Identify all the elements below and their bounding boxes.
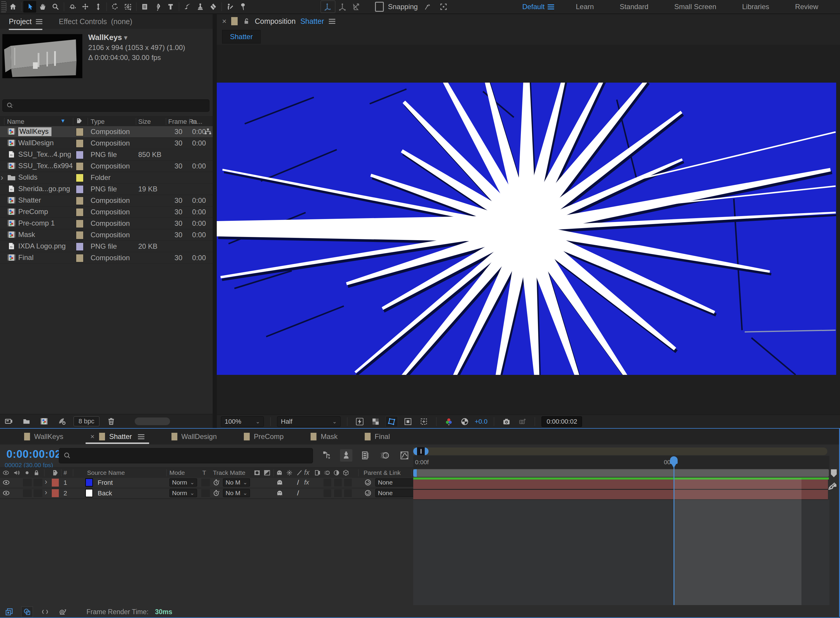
show-snapshot-icon[interactable] — [516, 416, 528, 427]
comp-button-icon[interactable] — [828, 481, 838, 491]
composition-panel-tab[interactable]: × Composition Shatter — [217, 14, 840, 28]
tool-pan-camera[interactable] — [79, 1, 92, 13]
timeline-tab-mask[interactable]: Mask — [297, 429, 351, 444]
tool-puppet-pin[interactable] — [236, 1, 250, 13]
item-name[interactable]: Shatter — [18, 196, 41, 204]
item-label-color[interactable] — [76, 162, 83, 171]
shy-toggle-icon[interactable] — [276, 489, 284, 497]
item-name[interactable]: SSU_Tex...4.png — [18, 150, 71, 159]
layer-label-color[interactable] — [52, 489, 59, 497]
workspace-small-screen[interactable]: Small Screen — [662, 3, 729, 11]
item-label-color[interactable] — [76, 140, 83, 148]
layer-solid-swatch[interactable] — [85, 489, 93, 497]
item-name[interactable]: SSU_Tex...6x994 — [18, 162, 73, 170]
playhead-handle[interactable] — [670, 456, 678, 468]
toggle-transfer-pane-icon[interactable] — [21, 606, 33, 617]
layer-row-back[interactable]: ›2BackNorm⌄No M⌄/None⌄ — [0, 488, 413, 499]
item-label-color[interactable] — [76, 254, 83, 262]
solo-toggle[interactable] — [23, 489, 32, 497]
item-label-color[interactable] — [76, 242, 83, 251]
3d-layer-toggle[interactable] — [344, 489, 352, 497]
item-name[interactable]: Final — [18, 253, 34, 261]
project-item-wallkeys[interactable]: WallKeysComposition300:00 — [0, 126, 213, 138]
project-item-mask[interactable]: MaskComposition300:00 — [0, 229, 213, 241]
preserve-transparency-toggle[interactable] — [201, 478, 210, 487]
layer-solid-swatch[interactable] — [85, 478, 93, 487]
tool-camera-frame[interactable] — [122, 1, 134, 13]
item-name[interactable]: Mask — [18, 230, 35, 239]
navigator-end-handle[interactable] — [425, 447, 428, 455]
unlock-icon[interactable] — [242, 17, 250, 25]
timeline-tab-precomp[interactable]: PreComp — [230, 429, 297, 444]
tool-rectangle[interactable] — [138, 1, 151, 13]
tool-rotation[interactable] — [109, 1, 122, 13]
visibility-eye-icon[interactable] — [2, 489, 10, 497]
close-tab-icon[interactable]: × — [90, 432, 94, 441]
project-item-ixda-logo-png[interactable]: IXDA Logo.pngPNG file20 KB — [0, 241, 213, 252]
track-matte-dropdown[interactable]: No M⌄ — [223, 478, 250, 487]
track-matte-dropdown[interactable]: No M⌄ — [223, 489, 250, 497]
layer-name[interactable]: Back — [98, 490, 112, 497]
project-item-pre-comp-1[interactable]: Pre-comp 1Composition300:00 — [0, 218, 213, 229]
item-label-color[interactable] — [76, 128, 83, 136]
tool-eraser[interactable] — [207, 1, 220, 13]
work-area-bar[interactable] — [413, 469, 829, 477]
project-scrollbar[interactable] — [135, 417, 170, 425]
tool-dolly-camera[interactable] — [92, 1, 105, 13]
exposure-value[interactable]: +0.0 — [475, 418, 488, 425]
project-search-input[interactable] — [2, 100, 210, 112]
timeline-tab-walldesign[interactable]: WallDesign — [158, 429, 230, 444]
composition-flowchart-icon[interactable] — [321, 449, 333, 462]
item-name[interactable]: WallKeys — [18, 127, 52, 136]
solo-toggle[interactable] — [23, 478, 32, 487]
blend-mode-dropdown[interactable]: Norm⌄ — [169, 489, 197, 497]
item-name[interactable]: Sherida...go.png — [18, 185, 70, 193]
draft-3d-icon[interactable] — [340, 449, 352, 462]
tool-type[interactable] — [164, 1, 177, 13]
fx-badge[interactable]: fx — [304, 478, 309, 486]
timeline-search-input[interactable] — [59, 448, 313, 464]
item-label-color[interactable] — [76, 208, 83, 216]
axis-view-axis[interactable] — [349, 1, 364, 13]
project-item-final[interactable]: FinalComposition300:00 — [0, 252, 213, 264]
workspace-default[interactable]: Default — [509, 3, 548, 11]
item-label-color[interactable] — [76, 151, 83, 159]
tab-menu-icon[interactable] — [138, 433, 144, 440]
tool-brush[interactable] — [181, 1, 194, 13]
timeline-navigator[interactable] — [413, 447, 827, 455]
toggle-switches-pane-icon[interactable] — [3, 607, 15, 617]
tool-selection[interactable] — [23, 1, 36, 13]
lock-toggle[interactable] — [34, 478, 42, 487]
expand-caret-icon[interactable]: › — [1, 173, 3, 182]
tool-orbit-camera[interactable] — [66, 1, 79, 13]
tool-clone-stamp[interactable] — [194, 1, 207, 13]
comp-viewer-tab-shatter[interactable]: Shatter — [222, 30, 260, 43]
track-matte-stopwatch-icon[interactable] — [213, 478, 220, 486]
footage-name[interactable]: WallKeys — [88, 33, 122, 42]
item-label-color[interactable] — [76, 231, 83, 239]
expand-layer-caret[interactable]: › — [45, 477, 48, 486]
layer-name[interactable]: Front — [98, 479, 113, 487]
blend-mode-dropdown[interactable]: Norm⌄ — [169, 478, 197, 487]
workspace-review[interactable]: Review — [782, 3, 831, 11]
toggle-inout-pane-icon[interactable] — [39, 607, 51, 617]
timeline-tab-shatter[interactable]: ×Shatter — [77, 429, 158, 444]
workspace-standard[interactable]: Standard — [607, 3, 661, 11]
timeline-tab-wallkeys[interactable]: WallKeys — [10, 429, 77, 444]
bit-depth-button[interactable]: 8 bpc — [74, 416, 100, 426]
snapping-checkbox[interactable] — [375, 2, 384, 12]
tool-hand[interactable] — [36, 1, 49, 13]
track-matte-stopwatch-icon[interactable] — [213, 489, 220, 497]
time-ruler[interactable]: 0:00f 00f — [413, 456, 830, 468]
render-speed-snail-icon[interactable] — [57, 607, 68, 617]
layer-column-headers[interactable]: # Source Name Mode T Track Matte fx Pare… — [0, 468, 413, 478]
project-item-walldesign[interactable]: WallDesignComposition300:00 — [0, 138, 213, 149]
navigator-start-handle[interactable] — [413, 447, 417, 455]
navigator-view-box[interactable] — [417, 447, 425, 455]
frame-blend-toggle[interactable] — [324, 489, 331, 497]
exposure-icon[interactable] — [459, 416, 471, 427]
composition-viewer[interactable] — [217, 45, 840, 414]
project-column-headers[interactable]: Name ▼ Type Size Frame Ra... In Point — [0, 116, 213, 126]
item-label-color[interactable] — [76, 197, 83, 205]
item-name[interactable]: PreComp — [18, 208, 48, 216]
